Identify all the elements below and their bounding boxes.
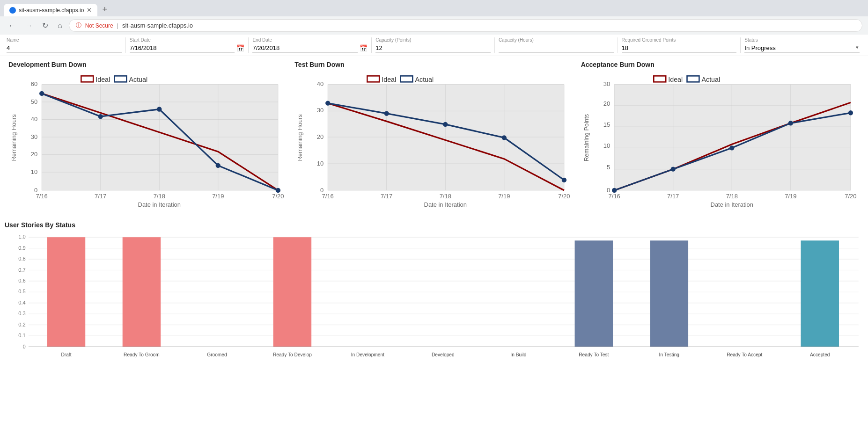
svg-text:7/19: 7/19	[212, 193, 224, 200]
svg-text:7/17: 7/17	[381, 193, 392, 200]
svg-text:30: 30	[603, 80, 610, 87]
svg-text:0.8: 0.8	[18, 256, 26, 261]
user-stories-section: User Stories By Status 1.0 0.9 0.8 0.7 0…	[0, 217, 868, 376]
svg-rect-40	[328, 84, 565, 190]
svg-point-67	[562, 178, 566, 182]
acceptance-burndown-svg: Ideal Actual 0 5 10	[581, 71, 860, 210]
svg-text:7/16: 7/16	[322, 193, 334, 200]
svg-text:In Testing: In Testing	[659, 352, 679, 357]
bar-ready-to-test	[575, 240, 613, 347]
calendar-icon-2[interactable]: 📅	[360, 44, 368, 52]
svg-point-98	[670, 166, 675, 171]
svg-text:Ready To Develop: Ready To Develop	[273, 352, 312, 357]
svg-text:Groomed: Groomed	[207, 352, 227, 357]
back-button[interactable]: ←	[6, 21, 19, 31]
status-select[interactable]: In Progress Draft Complete	[744, 43, 860, 53]
user-stories-bar-chart: 1.0 0.9 0.8 0.7 0.6 0.5 0.4 0.3 0.2 0.1 …	[5, 232, 863, 370]
svg-point-66	[502, 135, 507, 140]
calendar-icon[interactable]: 📅	[236, 44, 244, 52]
svg-text:0.3: 0.3	[18, 311, 26, 316]
svg-point-97	[612, 188, 617, 193]
svg-text:In Build: In Build	[510, 352, 526, 357]
capacity-points-field: Capacity (Points)	[372, 37, 495, 53]
svg-text:Ready To Test: Ready To Test	[579, 352, 609, 357]
url-divider: |	[117, 22, 118, 29]
url-bar[interactable]: ⓘ Not Secure | sit-ausm-sample.cfapps.io	[69, 19, 862, 32]
svg-rect-2	[114, 76, 126, 82]
svg-text:Remaining Hours: Remaining Hours	[296, 114, 303, 161]
start-date-label: Start Date	[130, 37, 245, 43]
svg-point-101	[848, 110, 853, 115]
end-date-input[interactable]	[252, 43, 358, 53]
bar-accepted	[801, 240, 839, 347]
svg-text:1.0: 1.0	[18, 234, 26, 239]
bar-draft	[47, 237, 86, 347]
tab-close-button[interactable]: ✕	[87, 7, 92, 14]
svg-text:40: 40	[31, 116, 37, 123]
capacity-hours-field: Capacity (Hours)	[495, 37, 618, 53]
svg-rect-70	[687, 76, 699, 82]
home-button[interactable]: ⌂	[55, 21, 65, 31]
svg-text:0.5: 0.5	[18, 289, 26, 294]
security-icon: ⓘ	[76, 22, 81, 29]
required-groomed-input[interactable]	[622, 43, 737, 53]
svg-text:Date in Iteration: Date in Iteration	[424, 201, 467, 208]
status-field: Status In Progress Draft Complete	[741, 37, 863, 53]
name-input[interactable]	[7, 43, 122, 53]
test-burndown-svg: Ideal Actual 0 10 20 30	[294, 71, 573, 210]
svg-point-63	[325, 101, 330, 105]
test-burndown-title: Test Burn Down	[294, 61, 573, 68]
svg-text:Remaining Points: Remaining Points	[582, 114, 589, 161]
svg-text:In Development: In Development	[351, 352, 384, 357]
svg-text:7/16: 7/16	[608, 193, 620, 200]
svg-text:Developed: Developed	[432, 352, 455, 357]
svg-text:0: 0	[23, 343, 26, 349]
tab-bar: sit-ausm-sample.cfapps.io ✕ +	[4, 3, 864, 16]
capacity-hours-input[interactable]	[499, 43, 614, 53]
svg-text:20: 20	[603, 100, 610, 107]
start-date-input[interactable]	[130, 43, 235, 53]
tab-label: sit-ausm-sample.cfapps.io	[19, 7, 84, 14]
svg-rect-72	[614, 84, 851, 190]
reload-button[interactable]: ↻	[39, 20, 51, 31]
forward-button[interactable]: →	[22, 21, 36, 31]
test-burndown-chart: Test Burn Down Ideal Actual	[291, 61, 577, 212]
tab-favicon	[9, 7, 16, 14]
capacity-points-input[interactable]	[375, 43, 491, 53]
capacity-hours-label: Capacity (Hours)	[499, 37, 614, 43]
svg-text:Remaining Hours: Remaining Hours	[10, 114, 17, 161]
svg-text:7/16: 7/16	[36, 193, 48, 200]
svg-text:40: 40	[317, 80, 324, 87]
svg-text:0.7: 0.7	[18, 267, 26, 272]
bar-ready-to-develop	[273, 237, 312, 347]
svg-text:7/19: 7/19	[499, 193, 510, 200]
dev-burndown-svg: Ideal Actual	[8, 71, 287, 210]
name-field: Name	[5, 37, 126, 53]
svg-text:Ideal: Ideal	[96, 76, 110, 83]
svg-text:20: 20	[317, 133, 324, 140]
not-secure-label: Not Secure	[85, 22, 113, 29]
svg-text:10: 10	[317, 160, 324, 167]
svg-text:7/20: 7/20	[559, 193, 570, 200]
active-tab[interactable]: sit-ausm-sample.cfapps.io ✕	[4, 4, 97, 16]
page-content: Name Start Date 📅 End Date 📅 Capacity (P…	[0, 35, 868, 376]
svg-text:7/17: 7/17	[667, 193, 679, 200]
dev-burndown-title: Development Burn Down	[8, 61, 287, 68]
svg-text:30: 30	[317, 107, 324, 114]
capacity-points-label: Capacity (Points)	[375, 37, 491, 43]
svg-point-31	[39, 91, 44, 96]
svg-text:Ideal: Ideal	[382, 76, 397, 83]
svg-text:7/19: 7/19	[785, 193, 796, 200]
svg-text:7/20: 7/20	[272, 193, 284, 200]
address-bar: ← → ↻ ⌂ ⓘ Not Secure | sit-ausm-sample.c…	[0, 16, 868, 35]
svg-text:0.9: 0.9	[18, 245, 26, 250]
svg-point-33	[157, 107, 162, 111]
new-tab-button[interactable]: +	[98, 3, 111, 16]
svg-text:Date in Iteration: Date in Iteration	[710, 201, 753, 208]
name-label: Name	[7, 37, 122, 43]
svg-text:7/20: 7/20	[845, 193, 856, 200]
svg-text:0.4: 0.4	[18, 300, 26, 305]
svg-text:7/18: 7/18	[726, 193, 737, 200]
svg-point-34	[216, 163, 221, 168]
svg-text:0.2: 0.2	[18, 321, 26, 327]
